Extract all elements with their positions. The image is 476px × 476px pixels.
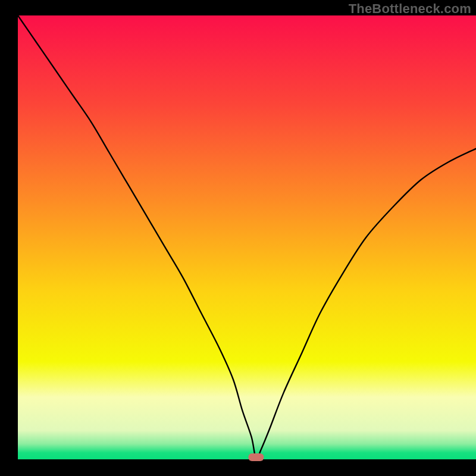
minimum-marker: [248, 453, 264, 461]
plot-background: [18, 15, 476, 459]
bottleneck-chart: [0, 0, 476, 476]
watermark-text: TheBottleneck.com: [349, 1, 471, 17]
chart-stage: TheBottleneck.com: [0, 0, 476, 476]
